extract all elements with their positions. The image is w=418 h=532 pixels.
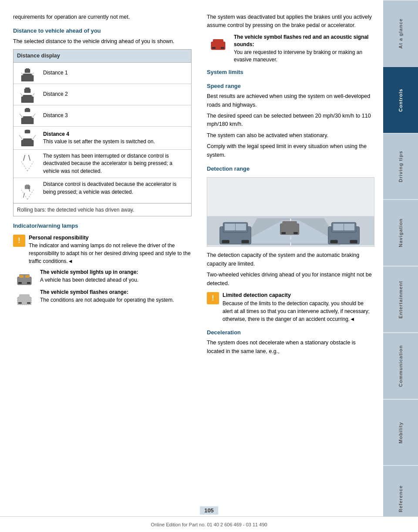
car-symbol-orange xyxy=(14,269,35,286)
left-column: requirements for operation are currently… xyxy=(0,9,200,515)
vehicle-row-orange-title: The vehicle symbol lights up in orange: xyxy=(40,269,138,275)
detection-text2: Two-wheeled vehicles driving ahead of yo… xyxy=(207,271,374,288)
svg-rect-15 xyxy=(26,108,29,110)
page-footer: Online Edition for Part no. 01 40 2 606 … xyxy=(0,516,418,532)
vehicle-icon-red xyxy=(207,34,229,51)
svg-rect-45 xyxy=(213,39,223,44)
distance-4-extra: This value is set after the system is sw… xyxy=(43,138,155,145)
section-detection-range-heading: Detection range xyxy=(207,165,374,173)
sidebar-tab-controls[interactable]: Controls xyxy=(383,67,418,133)
rolling-bars-text: Rolling bars: the detected vehicle has d… xyxy=(13,203,191,216)
vehicle-row-red-text: The vehicle symbol flashes red and an ac… xyxy=(234,34,374,64)
svg-line-25 xyxy=(27,162,34,171)
vehicle-row-orange-flash: The vehicle symbol flashes orange: The c… xyxy=(13,289,192,306)
svg-rect-63 xyxy=(330,240,337,244)
intro-text: requirements for operation are currently… xyxy=(13,13,192,21)
sidebar-tab-mobility[interactable]: Mobility xyxy=(383,399,418,466)
svg-rect-23 xyxy=(23,138,32,142)
svg-text:/: / xyxy=(23,155,25,162)
section-indicator-heading: Indicator/warning lamps xyxy=(13,222,192,230)
section-speed-range-heading: Speed range xyxy=(207,82,374,91)
sidebar-tab-communication[interactable]: Communication xyxy=(383,333,418,399)
svg-rect-66 xyxy=(282,222,297,227)
speed-range-text3: The system can also be activated when st… xyxy=(207,131,374,140)
distance-row-2: Distance 2 xyxy=(13,84,191,105)
vehicle-row-flash-body: The conditions are not adequate for oper… xyxy=(40,297,174,303)
vehicle-row-orange-body: A vehicle has been detected ahead of you… xyxy=(40,277,138,283)
section-distance-heading: Distance to vehicle ahead of you xyxy=(13,27,192,35)
speed-range-text2: The desired speed can be selected betwee… xyxy=(207,112,374,129)
intro-paragraph: requirements for operation are currently… xyxy=(13,13,192,21)
svg-rect-67 xyxy=(281,232,286,234)
detection-range-image xyxy=(207,177,374,247)
right-intro-text: The system was deactivated but applies t… xyxy=(207,13,374,30)
page-container: requirements for operation are currently… xyxy=(0,0,418,532)
svg-rect-21 xyxy=(26,130,29,131)
vehicle-icon-orange xyxy=(13,269,36,286)
car-symbol-orange-flash xyxy=(14,289,35,306)
car-icon-deactivated: / \ xyxy=(17,183,38,199)
car-symbol-red xyxy=(208,34,229,51)
distance-icon-deactivated: / \ xyxy=(16,182,39,200)
personal-responsibility-text: Personal responsibility The indicator an… xyxy=(29,234,192,266)
svg-rect-57 xyxy=(222,240,229,244)
distance-table: Distance display xyxy=(13,49,192,216)
distance-3-label: Distance 3 xyxy=(43,112,189,119)
vehicle-row-flash-text: The vehicle symbol flashes orange: The c… xyxy=(40,289,192,304)
personal-responsibility-title: Personal responsibility xyxy=(29,235,89,241)
vehicle-icon-orange-flash xyxy=(13,289,36,306)
sidebar: At a glance Controls Driving tips Naviga… xyxy=(383,0,418,532)
distance-4-label: Distance 4 This value is set after the s… xyxy=(43,131,189,146)
distance-icon-interrupted: / \ xyxy=(16,154,39,172)
svg-rect-9 xyxy=(25,88,30,90)
detection-text1: The detection capacity of the system and… xyxy=(207,251,374,268)
svg-rect-39 xyxy=(25,275,30,278)
svg-rect-43 xyxy=(27,302,30,304)
distance-2-label: Distance 2 xyxy=(43,91,189,98)
distance-row-1: Distance 1 xyxy=(13,63,191,84)
limited-detection-box: ! Limited detection capacity Because of … xyxy=(207,291,374,323)
svg-rect-36 xyxy=(18,282,22,284)
distance-icon-2 xyxy=(16,86,39,103)
svg-rect-56 xyxy=(236,224,246,230)
distance-row-interrupted: / \ The system has been interrupted or d… xyxy=(13,150,191,178)
svg-rect-11 xyxy=(23,95,32,98)
footer-text: Online Edition for Part no. 01 40 2 606 … xyxy=(151,522,267,527)
sidebar-tab-entertainment[interactable]: Entertainment xyxy=(383,266,418,333)
svg-rect-17 xyxy=(23,116,32,120)
vehicle-row-orange-on: The vehicle symbol lights up in orange: … xyxy=(13,269,192,286)
right-column: The system was deactivated but applies t… xyxy=(200,9,383,515)
distance-table-header: Distance display xyxy=(13,50,191,63)
svg-rect-58 xyxy=(242,240,249,244)
car-icon-medium xyxy=(17,86,38,103)
svg-rect-37 xyxy=(27,282,30,284)
car-icon-close xyxy=(17,65,38,81)
distance-deactivated-label: Distance control is deactivated because … xyxy=(43,181,189,196)
svg-line-24 xyxy=(21,162,27,171)
personal-responsibility-box: ! Personal responsibility The indicator … xyxy=(13,234,192,266)
distance-row-3: Distance 3 xyxy=(13,105,191,127)
car-icon-far xyxy=(17,108,38,124)
distance-row-deactivated: / \ Distance control is deactivated beca… xyxy=(13,178,191,203)
svg-rect-68 xyxy=(293,232,298,234)
svg-rect-3 xyxy=(26,68,29,70)
svg-rect-64 xyxy=(350,240,357,244)
limited-detection-body: Because of the limits to the detection c… xyxy=(222,300,370,322)
vehicle-row-red-flash: The vehicle symbol flashes red and an ac… xyxy=(207,34,374,64)
svg-rect-46 xyxy=(212,47,216,49)
personal-responsibility-body: The indicator and warning lamps do not r… xyxy=(29,242,191,264)
warning-triangle-icon: ! xyxy=(13,235,25,247)
vehicle-row-red-title: The vehicle symbol flashes red and an ac… xyxy=(234,34,368,47)
sidebar-tab-navigation[interactable]: Navigation xyxy=(383,199,418,266)
main-content: requirements for operation are currently… xyxy=(0,0,383,532)
deceleration-text: The system does not decelerate when a st… xyxy=(207,339,374,356)
sidebar-tab-driving-tips[interactable]: Driving tips xyxy=(383,133,418,200)
svg-rect-47 xyxy=(221,47,224,49)
sidebar-tab-at-a-glance[interactable]: At a glance xyxy=(383,0,418,67)
limited-detection-title: Limited detection capacity xyxy=(222,292,291,298)
distance-icon-3 xyxy=(16,107,39,125)
svg-rect-62 xyxy=(344,224,354,230)
svg-rect-5 xyxy=(23,74,32,77)
distance-icon-1 xyxy=(16,64,39,82)
page-number: 105 xyxy=(200,506,218,515)
